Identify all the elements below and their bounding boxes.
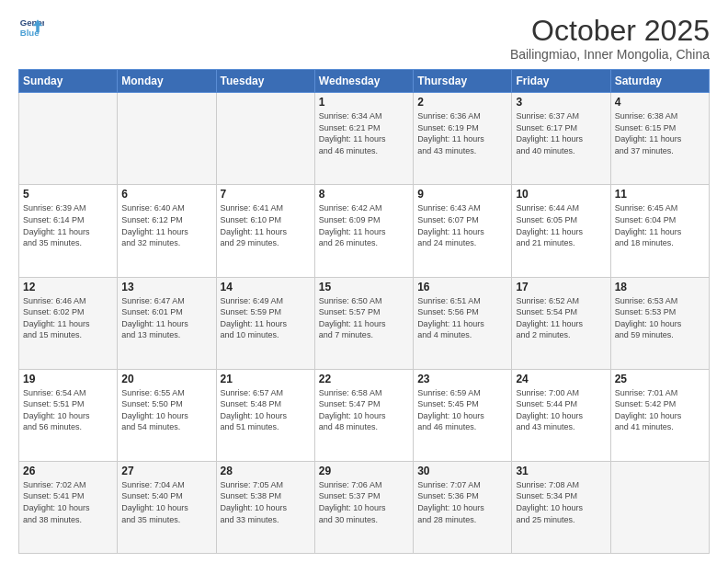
calendar-week-row: 19Sunrise: 6:54 AM Sunset: 5:51 PM Dayli…	[19, 369, 710, 461]
svg-text:General: General	[20, 17, 44, 28]
day-number: 27	[121, 465, 211, 477]
table-row: 29Sunrise: 7:06 AM Sunset: 5:37 PM Dayli…	[314, 461, 413, 553]
day-number: 10	[516, 188, 606, 201]
day-info: Sunrise: 7:04 AM Sunset: 5:40 PM Dayligh…	[121, 479, 211, 525]
table-row: 21Sunrise: 6:57 AM Sunset: 5:48 PM Dayli…	[216, 369, 314, 461]
table-row: 24Sunrise: 7:00 AM Sunset: 5:44 PM Dayli…	[512, 369, 610, 461]
day-number: 4	[615, 96, 705, 109]
table-row: 26Sunrise: 7:02 AM Sunset: 5:41 PM Dayli…	[19, 461, 118, 553]
day-number: 6	[121, 188, 211, 201]
day-number: 31	[516, 465, 606, 477]
day-number: 2	[417, 96, 507, 109]
col-wednesday: Wednesday	[314, 70, 413, 93]
day-info: Sunrise: 7:05 AM Sunset: 5:38 PM Dayligh…	[221, 479, 311, 525]
table-row: 19Sunrise: 6:54 AM Sunset: 5:51 PM Dayli…	[19, 369, 118, 461]
page: General Blue October 2025 Bailingmiao, I…	[0, 0, 728, 563]
table-row: 10Sunrise: 6:44 AM Sunset: 6:05 PM Dayli…	[512, 185, 610, 277]
day-number: 26	[23, 465, 113, 477]
day-info: Sunrise: 6:41 AM Sunset: 6:10 PM Dayligh…	[221, 202, 311, 248]
table-row	[610, 461, 709, 553]
table-row: 17Sunrise: 6:52 AM Sunset: 5:54 PM Dayli…	[512, 277, 610, 369]
day-info: Sunrise: 7:01 AM Sunset: 5:42 PM Dayligh…	[615, 387, 705, 433]
logo: General Blue	[18, 15, 44, 40]
main-title: October 2025	[510, 15, 710, 47]
title-block: October 2025 Bailingmiao, Inner Mongolia…	[510, 15, 710, 62]
header: General Blue October 2025 Bailingmiao, I…	[18, 15, 710, 62]
day-number: 12	[23, 281, 113, 293]
table-row: 7Sunrise: 6:41 AM Sunset: 6:10 PM Daylig…	[216, 185, 314, 277]
calendar-table: Sunday Monday Tuesday Wednesday Thursday…	[18, 69, 710, 554]
table-row: 20Sunrise: 6:55 AM Sunset: 5:50 PM Dayli…	[118, 369, 216, 461]
day-number: 21	[221, 373, 311, 385]
day-info: Sunrise: 6:46 AM Sunset: 6:02 PM Dayligh…	[23, 295, 113, 341]
day-info: Sunrise: 7:06 AM Sunset: 5:37 PM Dayligh…	[319, 479, 409, 525]
day-number: 8	[319, 188, 409, 201]
calendar-week-row: 1Sunrise: 6:34 AM Sunset: 6:21 PM Daylig…	[19, 93, 710, 185]
day-number: 23	[417, 373, 507, 385]
table-row: 31Sunrise: 7:08 AM Sunset: 5:34 PM Dayli…	[512, 461, 610, 553]
table-row: 27Sunrise: 7:04 AM Sunset: 5:40 PM Dayli…	[118, 461, 216, 553]
day-info: Sunrise: 7:00 AM Sunset: 5:44 PM Dayligh…	[516, 387, 606, 433]
day-info: Sunrise: 6:53 AM Sunset: 5:53 PM Dayligh…	[615, 295, 705, 341]
table-row: 15Sunrise: 6:50 AM Sunset: 5:57 PM Dayli…	[314, 277, 413, 369]
table-row: 25Sunrise: 7:01 AM Sunset: 5:42 PM Dayli…	[610, 369, 709, 461]
col-saturday: Saturday	[610, 70, 709, 93]
calendar-week-row: 5Sunrise: 6:39 AM Sunset: 6:14 PM Daylig…	[19, 185, 710, 277]
table-row: 18Sunrise: 6:53 AM Sunset: 5:53 PM Dayli…	[610, 277, 709, 369]
day-number: 5	[23, 188, 113, 201]
table-row	[216, 93, 314, 185]
day-number: 14	[221, 281, 311, 293]
table-row: 4Sunrise: 6:38 AM Sunset: 6:15 PM Daylig…	[610, 93, 709, 185]
day-number: 20	[121, 373, 211, 385]
day-number: 1	[319, 96, 409, 109]
day-info: Sunrise: 7:07 AM Sunset: 5:36 PM Dayligh…	[417, 479, 507, 525]
day-info: Sunrise: 6:34 AM Sunset: 6:21 PM Dayligh…	[319, 110, 409, 156]
day-number: 18	[615, 281, 705, 293]
calendar-week-row: 12Sunrise: 6:46 AM Sunset: 6:02 PM Dayli…	[19, 277, 710, 369]
day-number: 15	[319, 281, 409, 293]
table-row	[19, 93, 118, 185]
day-info: Sunrise: 6:58 AM Sunset: 5:47 PM Dayligh…	[319, 387, 409, 433]
day-number: 9	[417, 188, 507, 201]
table-row: 14Sunrise: 6:49 AM Sunset: 5:59 PM Dayli…	[216, 277, 314, 369]
day-number: 24	[516, 373, 606, 385]
day-info: Sunrise: 6:43 AM Sunset: 6:07 PM Dayligh…	[417, 202, 507, 248]
table-row: 8Sunrise: 6:42 AM Sunset: 6:09 PM Daylig…	[314, 185, 413, 277]
day-number: 11	[615, 188, 705, 201]
logo-icon: General Blue	[18, 15, 44, 40]
day-number: 13	[121, 281, 211, 293]
day-number: 25	[615, 373, 705, 385]
col-monday: Monday	[118, 70, 216, 93]
table-row: 9Sunrise: 6:43 AM Sunset: 6:07 PM Daylig…	[414, 185, 512, 277]
day-number: 30	[417, 465, 507, 477]
table-row: 12Sunrise: 6:46 AM Sunset: 6:02 PM Dayli…	[19, 277, 118, 369]
day-info: Sunrise: 6:37 AM Sunset: 6:17 PM Dayligh…	[516, 110, 606, 156]
day-info: Sunrise: 6:44 AM Sunset: 6:05 PM Dayligh…	[516, 202, 606, 248]
day-info: Sunrise: 6:47 AM Sunset: 6:01 PM Dayligh…	[121, 295, 211, 341]
table-row: 2Sunrise: 6:36 AM Sunset: 6:19 PM Daylig…	[414, 93, 512, 185]
subtitle: Bailingmiao, Inner Mongolia, China	[510, 47, 710, 62]
day-info: Sunrise: 6:49 AM Sunset: 5:59 PM Dayligh…	[221, 295, 311, 341]
table-row: 13Sunrise: 6:47 AM Sunset: 6:01 PM Dayli…	[118, 277, 216, 369]
day-info: Sunrise: 6:57 AM Sunset: 5:48 PM Dayligh…	[221, 387, 311, 433]
day-info: Sunrise: 6:51 AM Sunset: 5:56 PM Dayligh…	[417, 295, 507, 341]
day-info: Sunrise: 6:52 AM Sunset: 5:54 PM Dayligh…	[516, 295, 606, 341]
col-thursday: Thursday	[414, 70, 512, 93]
table-row: 23Sunrise: 6:59 AM Sunset: 5:45 PM Dayli…	[414, 369, 512, 461]
day-number: 28	[221, 465, 311, 477]
col-friday: Friday	[512, 70, 610, 93]
table-row: 28Sunrise: 7:05 AM Sunset: 5:38 PM Dayli…	[216, 461, 314, 553]
day-info: Sunrise: 6:55 AM Sunset: 5:50 PM Dayligh…	[121, 387, 211, 433]
day-info: Sunrise: 6:42 AM Sunset: 6:09 PM Dayligh…	[319, 202, 409, 248]
table-row: 5Sunrise: 6:39 AM Sunset: 6:14 PM Daylig…	[19, 185, 118, 277]
table-row: 22Sunrise: 6:58 AM Sunset: 5:47 PM Dayli…	[314, 369, 413, 461]
day-number: 16	[417, 281, 507, 293]
calendar-week-row: 26Sunrise: 7:02 AM Sunset: 5:41 PM Dayli…	[19, 461, 710, 553]
calendar-header-row: Sunday Monday Tuesday Wednesday Thursday…	[19, 70, 710, 93]
day-info: Sunrise: 6:59 AM Sunset: 5:45 PM Dayligh…	[417, 387, 507, 433]
table-row: 30Sunrise: 7:07 AM Sunset: 5:36 PM Dayli…	[414, 461, 512, 553]
day-info: Sunrise: 6:36 AM Sunset: 6:19 PM Dayligh…	[417, 110, 507, 156]
day-info: Sunrise: 6:38 AM Sunset: 6:15 PM Dayligh…	[615, 110, 705, 156]
day-info: Sunrise: 6:39 AM Sunset: 6:14 PM Dayligh…	[23, 202, 113, 248]
col-sunday: Sunday	[19, 70, 118, 93]
